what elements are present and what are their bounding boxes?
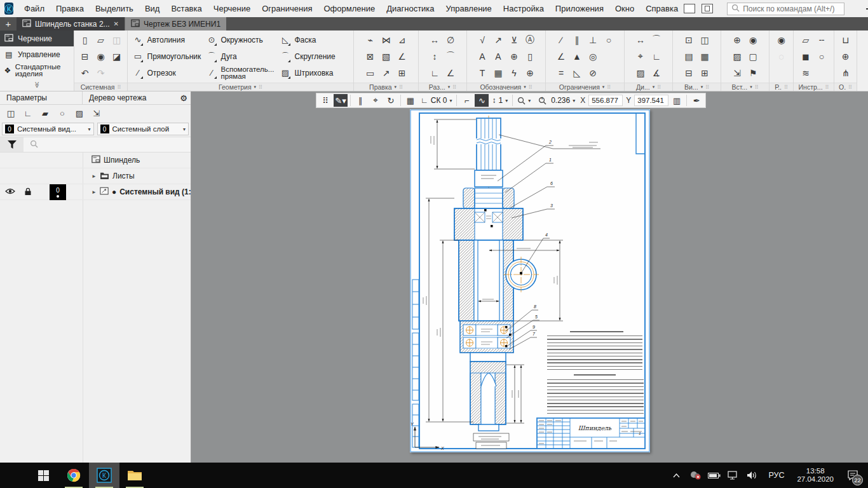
- ruler-icon[interactable]: ▥: [670, 94, 684, 107]
- equal-icon[interactable]: =: [553, 65, 569, 81]
- visibility-eye-icon[interactable]: [5, 187, 15, 197]
- tab-close-icon[interactable]: ✕: [114, 20, 119, 27]
- framed-text-icon[interactable]: Ⓐ: [522, 32, 538, 48]
- preview-icon[interactable]: ◉: [93, 48, 109, 64]
- tray-network-icon[interactable]: [725, 463, 742, 488]
- center-target-icon[interactable]: ⊕: [522, 65, 538, 81]
- style-pen-button[interactable]: ✎ ▾: [334, 94, 348, 107]
- truncate-icon[interactable]: ⌁: [362, 32, 378, 48]
- document-tab[interactable]: Чертеж БЕЗ ИМЕНИ1: [125, 17, 226, 30]
- segment-button[interactable]: ∕Отрезок: [130, 65, 204, 81]
- menu-вид[interactable]: Вид: [139, 1, 166, 16]
- copy-icon[interactable]: ⊠: [362, 48, 378, 64]
- auto-dimension-icon[interactable]: ↔: [427, 32, 443, 48]
- insert-fragment-icon[interactable]: ⊕: [729, 32, 745, 48]
- measure-area-icon[interactable]: ▨: [633, 65, 649, 81]
- deform-icon[interactable]: ⊿: [394, 32, 410, 48]
- window-new-icon[interactable]: ◫: [5, 109, 17, 118]
- mirror-icon[interactable]: ⋈: [378, 32, 394, 48]
- group-grip-icon[interactable]: ⠿: [755, 85, 759, 90]
- screen-settings-icon[interactable]: [702, 4, 713, 13]
- angle-constraint-icon[interactable]: ∠: [553, 48, 569, 64]
- tab-drawing-tree[interactable]: Дерево чертежа: [83, 92, 153, 104]
- roughness-icon[interactable]: √: [475, 32, 491, 48]
- rotate-icon[interactable]: ▧: [378, 48, 394, 64]
- print-icon[interactable]: ⊟: [77, 48, 93, 64]
- group-grip-icon[interactable]: ⠿: [117, 85, 121, 90]
- measure-distance-icon[interactable]: ↔: [633, 32, 649, 48]
- snap-target-icon[interactable]: ⌖: [369, 94, 383, 107]
- menu-выделить[interactable]: Выделить: [90, 1, 139, 16]
- layer-zero-badge[interactable]: 0: [50, 184, 66, 200]
- circle-button[interactable]: ⊙Окружность: [204, 32, 278, 48]
- grid-icon[interactable]: ▦: [403, 94, 417, 107]
- tree-row[interactable]: ►Листы: [0, 168, 191, 184]
- snap-angle-icon[interactable]: ↻: [384, 94, 398, 107]
- language-indicator[interactable]: РУС: [763, 471, 789, 480]
- ribbon-group-label[interactable]: Ограничения▾⠿: [546, 83, 624, 91]
- pin-icon[interactable]: ⋔: [837, 65, 853, 81]
- ortho-corner-icon[interactable]: ⌐: [459, 94, 473, 107]
- panel-settings-gear-icon[interactable]: ⚙: [177, 92, 191, 104]
- sidebar-collapse-chevron[interactable]: ≫: [0, 81, 74, 91]
- ribbon-group-label[interactable]: Ди...▾⠿: [625, 83, 672, 91]
- new-tab-button[interactable]: +: [0, 17, 17, 30]
- measure-corner-icon[interactable]: ∟: [649, 48, 665, 64]
- menu-черчение[interactable]: Черчение: [208, 1, 257, 16]
- group-grip-icon[interactable]: ⠿: [657, 85, 661, 90]
- coordinate-system-select[interactable]: ∟СК 0▾: [419, 94, 454, 107]
- measure-arc-icon[interactable]: ⌒: [649, 32, 665, 48]
- drawing-sheet[interactable]: 216348597 1 Шпиндель Y X: [410, 109, 650, 452]
- layers-icon[interactable]: ▤: [681, 48, 697, 64]
- tree-row[interactable]: Шпиндель: [0, 152, 191, 168]
- coordinate-y-value[interactable]: 397.541: [634, 95, 668, 106]
- rectangle-button[interactable]: ▭Прямоугольник: [130, 48, 204, 64]
- tab-parameters[interactable]: Параметры: [0, 92, 83, 104]
- document-tab[interactable]: Шпиндель станка 2...✕: [17, 17, 125, 30]
- snap-parallel-icon[interactable]: ∥: [353, 94, 367, 107]
- minimize-button[interactable]: [860, 0, 868, 17]
- fix-icon[interactable]: ▲: [569, 48, 585, 64]
- ribbon-group-label[interactable]: Вст...▾⠿: [721, 83, 769, 91]
- parallel-icon[interactable]: ∥: [569, 32, 585, 48]
- angular-dimension-icon[interactable]: ∟: [427, 65, 443, 81]
- sidebar-item-стандартные[interactable]: ❖Стандартные изделия: [0, 62, 74, 78]
- break-view-icon[interactable]: ⊟: [681, 65, 697, 81]
- contour-icon[interactable]: ▱: [798, 32, 814, 48]
- ribbon-group-label[interactable]: Правка▾⠿: [354, 83, 418, 91]
- layout-window-icon[interactable]: [684, 4, 695, 13]
- tree-row[interactable]: 0►●Системный вид (1:1: [0, 184, 191, 200]
- tree-expand-icon[interactable]: ►: [92, 189, 97, 195]
- shapes-icon[interactable]: ○: [57, 109, 68, 118]
- arc-dimension-icon[interactable]: ∠: [443, 65, 459, 81]
- group-grip-icon[interactable]: ⠿: [259, 85, 262, 90]
- tree-expand-icon[interactable]: ►: [92, 173, 97, 179]
- sidebar-item-cherchenie[interactable]: Черчение: [0, 30, 74, 46]
- ribbon-group-label[interactable]: О.⠿: [834, 83, 857, 91]
- menu-ограничения[interactable]: Ограничения: [256, 1, 318, 16]
- tray-chevron-up-icon[interactable]: [668, 463, 684, 488]
- group-grip-icon[interactable]: ⠿: [607, 85, 611, 90]
- insert-frame-icon[interactable]: ⇲: [729, 65, 745, 81]
- add-view-icon[interactable]: ⊞: [697, 65, 713, 81]
- fillet-button[interactable]: ⌒Скругление: [278, 48, 351, 64]
- layer-select[interactable]: 0 Системный слой ▾: [97, 123, 189, 135]
- command-search-input[interactable]: [743, 4, 840, 13]
- arc-button[interactable]: ⌒Дуга: [204, 48, 278, 64]
- diameter-dimension-icon[interactable]: ∅: [443, 32, 459, 48]
- ribbon-group-label[interactable]: Раз...▾⠿: [419, 83, 466, 91]
- perpendicular-icon[interactable]: ⊥: [585, 32, 601, 48]
- tree-search-box[interactable]: [24, 137, 191, 152]
- command-search-box[interactable]: [727, 3, 844, 15]
- new-document-icon[interactable]: ▯: [77, 32, 93, 48]
- menu-вставка[interactable]: Вставка: [165, 1, 207, 16]
- notification-center-button[interactable]: 22: [841, 463, 864, 488]
- menu-файл[interactable]: Файл: [18, 1, 50, 16]
- equal-radius-icon[interactable]: ⊘: [585, 65, 601, 81]
- frame-move-icon[interactable]: ⇲: [91, 109, 102, 118]
- eyedropper-icon[interactable]: ✒: [689, 94, 703, 107]
- taskbar-kompas-button[interactable]: К: [89, 463, 119, 488]
- axes-icon[interactable]: ∟: [22, 109, 34, 118]
- scale-icon[interactable]: ↗: [378, 65, 394, 81]
- group-grip-icon[interactable]: ⠿: [705, 85, 709, 90]
